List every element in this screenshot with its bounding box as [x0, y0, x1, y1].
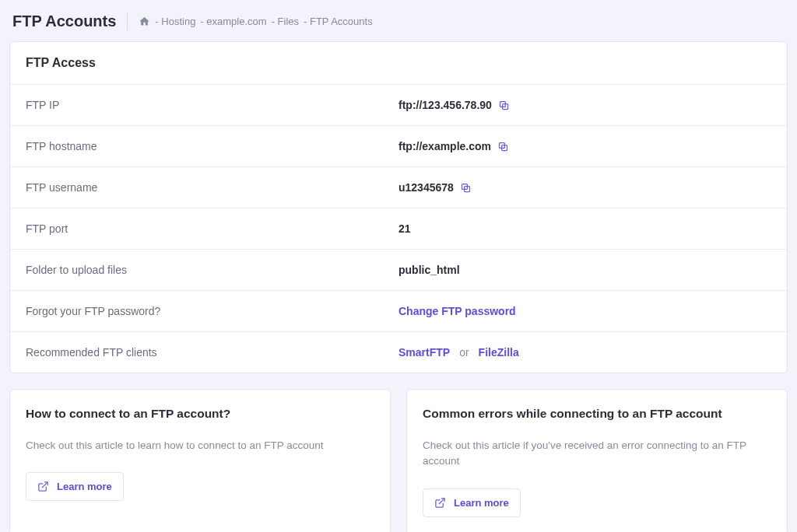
- external-link-icon: [434, 497, 446, 509]
- change-password-link[interactable]: Change FTP password: [398, 305, 516, 317]
- learn-more-label: Learn more: [454, 497, 509, 509]
- info-cards-grid: How to connect to an FTP account? Check …: [9, 389, 788, 532]
- svg-line-7: [439, 498, 444, 503]
- external-link-icon: [37, 481, 49, 492]
- row-value: 21: [398, 222, 411, 235]
- page-header: FTP Accounts - Hosting - example.com - F…: [9, 9, 788, 41]
- row-label: Forgot your FTP password?: [26, 305, 398, 317]
- breadcrumb-item[interactable]: - example.com: [200, 16, 266, 27]
- info-desc: Check out this article if you've receive…: [423, 438, 771, 470]
- learn-more-label: Learn more: [57, 481, 112, 492]
- row-ftp-ip: FTP IP ftp://123.456.78.90: [10, 85, 787, 126]
- breadcrumb: - Hosting - example.com - Files - FTP Ac…: [128, 16, 372, 27]
- or-separator: or: [456, 346, 472, 359]
- row-value: ftp://123.456.78.90: [398, 99, 492, 111]
- learn-more-button[interactable]: Learn more: [26, 472, 124, 501]
- filezilla-link[interactable]: FileZilla: [479, 346, 519, 359]
- info-title: Common errors while connecting to an FTP…: [423, 407, 771, 421]
- copy-icon[interactable]: [460, 182, 472, 194]
- row-ftp-username: FTP username u12345678: [10, 167, 787, 208]
- row-label: FTP hostname: [26, 140, 398, 152]
- row-ftp-hostname: FTP hostname ftp://example.com: [10, 126, 787, 167]
- learn-more-button[interactable]: Learn more: [423, 488, 521, 517]
- breadcrumb-item[interactable]: - Files: [272, 16, 299, 27]
- copy-icon[interactable]: [498, 100, 510, 111]
- row-value: public_html: [398, 264, 460, 276]
- info-title: How to connect to an FTP account?: [26, 407, 374, 421]
- row-label: FTP username: [26, 181, 398, 194]
- row-ftp-port: FTP port 21: [10, 208, 787, 250]
- row-label: Recommended FTP clients: [26, 346, 398, 359]
- info-card-errors: Common errors while connecting to an FTP…: [406, 389, 788, 532]
- row-value: ftp://example.com: [398, 140, 491, 152]
- breadcrumb-item[interactable]: - Hosting: [155, 16, 195, 27]
- breadcrumb-item: - FTP Accounts: [304, 16, 373, 27]
- row-label: FTP IP: [26, 99, 398, 111]
- smartftp-link[interactable]: SmartFTP: [398, 346, 450, 359]
- page-title: FTP Accounts: [12, 12, 128, 30]
- home-icon[interactable]: [139, 16, 150, 27]
- info-desc: Check out this article to learn how to c…: [26, 438, 374, 453]
- ftp-access-card: FTP Access FTP IP ftp://123.456.78.90 FT…: [9, 41, 788, 373]
- info-card-connect: How to connect to an FTP account? Check …: [9, 389, 391, 532]
- row-label: Folder to upload files: [26, 264, 398, 276]
- card-title: FTP Access: [10, 42, 787, 85]
- copy-icon[interactable]: [497, 141, 509, 152]
- row-value: u12345678: [398, 181, 454, 194]
- row-forgot-password: Forgot your FTP password? Change FTP pas…: [10, 291, 787, 332]
- row-label: FTP port: [26, 222, 398, 235]
- row-recommended-clients: Recommended FTP clients SmartFTP or File…: [10, 332, 787, 373]
- row-folder: Folder to upload files public_html: [10, 250, 787, 291]
- svg-line-6: [42, 482, 47, 488]
